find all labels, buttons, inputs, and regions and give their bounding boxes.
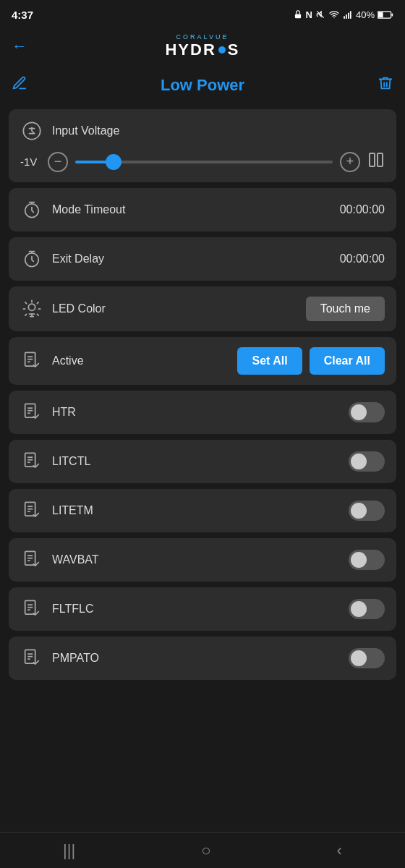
toggle-switch-pmpato[interactable] (349, 648, 385, 668)
nfc-icon: N (306, 9, 312, 20)
toggle-switch-fltflc[interactable] (349, 599, 385, 619)
toggle-card-litctl: LITCTL (9, 440, 396, 483)
toggle-label-litetm: LITETM (52, 504, 340, 517)
toggle-knob-pmpato (351, 650, 367, 666)
toggle-card-wavbat: WAVBAT (9, 538, 396, 582)
lock-icon (293, 9, 303, 20)
delete-button[interactable] (378, 75, 393, 95)
clear-all-button[interactable]: Clear All (310, 347, 385, 375)
back-button[interactable]: ← (12, 37, 27, 56)
toggle-switch-wavbat[interactable] (349, 550, 385, 570)
battery-text: 40% (356, 9, 375, 20)
active-card: Active Set All Clear All (9, 337, 396, 385)
status-time: 4:37 (12, 9, 33, 21)
nav-home-icon[interactable]: ○ (201, 841, 210, 860)
toggle-row-wavbat: WAVBAT (20, 548, 385, 571)
logo: CORALVUE HYDRS (165, 33, 239, 59)
led-color-label: LED Color (52, 302, 297, 315)
toggle-label-litctl: LITCTL (52, 455, 340, 468)
page-title-bar: Low Power (0, 67, 405, 103)
svg-rect-0 (294, 14, 300, 18)
status-bar: 4:37 N 40% (0, 0, 405, 26)
led-color-row: LED Color Touch me (20, 297, 385, 321)
exit-delay-icon (20, 247, 43, 271)
exit-delay-card[interactable]: Exit Delay 00:00:00 (9, 237, 396, 281)
battery-icon (378, 10, 393, 20)
led-color-card: LED Color Touch me (9, 286, 396, 331)
toggle-item-icon-pmpato (20, 647, 43, 670)
toggle-items-container: HTR LITCTL (0, 391, 405, 680)
toggle-row-litctl: LITCTL (20, 450, 385, 473)
toggle-item-icon-litetm (20, 499, 43, 522)
input-voltage-header: Input Voltage (20, 119, 385, 142)
toggle-card-htr: HTR (9, 391, 396, 434)
toggle-switch-litctl[interactable] (349, 451, 385, 472)
app-header: ← CORALVUE HYDRS (0, 26, 405, 67)
active-row: Active Set All Clear All (20, 347, 385, 375)
page-title: Low Power (27, 76, 378, 95)
voltage-minus-button[interactable]: − (48, 152, 68, 172)
toggle-label-fltflc: FLTFLC (52, 603, 340, 616)
nav-menu-icon[interactable]: ||| (63, 841, 75, 860)
toggle-item-icon-htr (20, 401, 43, 424)
voltage-control-row: -1V − + (20, 151, 385, 172)
voltage-slider[interactable] (75, 161, 333, 163)
toggle-card-pmpato: PMPATO (9, 637, 396, 680)
signal-icon (343, 9, 353, 20)
voltage-plus-button[interactable]: + (340, 152, 360, 172)
logo-brand: HYDRS (165, 41, 239, 59)
toggle-knob-litetm (351, 503, 367, 519)
bottom-spacer (0, 686, 405, 729)
toggle-knob-litctl (351, 454, 367, 469)
logo-dot (218, 46, 226, 54)
toggle-knob-fltflc (351, 601, 367, 617)
svg-rect-10 (370, 153, 375, 166)
toggle-row-litetm: LITETM (20, 499, 385, 522)
mode-timeout-value: 00:00:00 (340, 203, 385, 216)
svg-rect-7 (378, 12, 383, 17)
mode-timeout-card[interactable]: Mode Timeout 00:00:00 (9, 188, 396, 231)
toggle-item-icon-fltflc (20, 597, 43, 621)
active-label: Active (52, 354, 229, 367)
mode-timeout-row: Mode Timeout 00:00:00 (20, 198, 385, 221)
svg-rect-8 (391, 13, 393, 16)
svg-rect-11 (378, 153, 383, 166)
split-view-icon[interactable] (367, 151, 385, 172)
touch-me-button[interactable]: Touch me (306, 297, 385, 321)
exit-delay-label: Exit Delay (52, 252, 331, 265)
svg-rect-3 (346, 14, 347, 19)
toggle-label-htr: HTR (52, 406, 340, 419)
slider-thumb (106, 154, 122, 170)
svg-rect-4 (348, 13, 349, 19)
logo-small-text: CORALVUE (176, 33, 229, 41)
toggle-label-pmpato: PMPATO (52, 652, 340, 665)
svg-rect-5 (350, 11, 351, 18)
toggle-row-pmpato: PMPATO (20, 647, 385, 670)
toggle-knob-wavbat (351, 552, 367, 568)
set-all-button[interactable]: Set All (237, 347, 302, 375)
led-icon (20, 297, 43, 320)
toggle-switch-litetm[interactable] (349, 501, 385, 521)
status-icons: N 40% (293, 9, 393, 20)
toggle-item-icon-wavbat (20, 548, 43, 571)
nav-back-icon[interactable]: ‹ (337, 841, 342, 860)
exit-delay-value: 00:00:00 (340, 252, 385, 265)
active-buttons: Set All Clear All (237, 347, 385, 375)
toggle-row-htr: HTR (20, 401, 385, 424)
mode-timeout-label: Mode Timeout (52, 203, 331, 216)
toggle-switch-htr[interactable] (349, 402, 385, 422)
timeout-icon (20, 198, 43, 221)
svg-rect-2 (344, 16, 345, 19)
nav-bar: ||| ○ ‹ (0, 832, 405, 868)
wifi-icon (328, 9, 340, 20)
voltage-value: -1V (20, 156, 40, 168)
input-voltage-card: Input Voltage -1V − + (9, 109, 396, 182)
toggle-row-fltflc: FLTFLC (20, 597, 385, 621)
active-icon (20, 349, 43, 373)
toggle-item-icon-litctl (20, 450, 43, 473)
toggle-card-litetm: LITETM (9, 489, 396, 532)
toggle-label-wavbat: WAVBAT (52, 553, 340, 566)
svg-point-14 (28, 304, 35, 310)
edit-button[interactable] (12, 75, 27, 95)
toggle-knob-htr (351, 404, 367, 420)
